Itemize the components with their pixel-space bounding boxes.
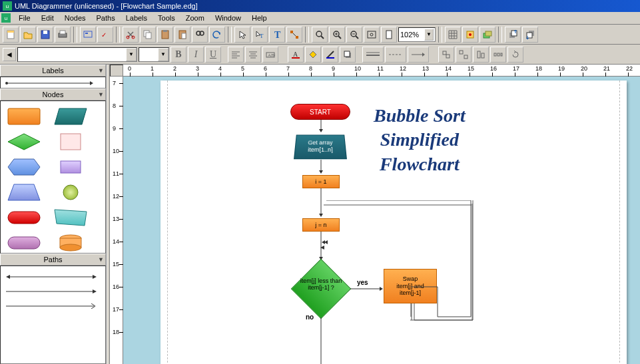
font-combo[interactable]: ▼: [17, 47, 137, 62]
zoom-combo[interactable]: 102%▼: [398, 27, 436, 42]
node-hexagon-blue[interactable]: [7, 158, 41, 176]
flowchart-title[interactable]: Bubble Sort Simplified Flowchart: [374, 104, 466, 176]
line-color-button[interactable]: [322, 47, 338, 63]
italic-button[interactable]: I: [188, 47, 204, 63]
fc-start-node[interactable]: START: [290, 104, 350, 120]
app-icon: u: [3, 1, 12, 11]
layers-button[interactable]: [480, 27, 495, 43]
paste-button[interactable]: [157, 27, 173, 43]
fc-proc-i[interactable]: i = 1: [302, 175, 340, 188]
ungroup-button[interactable]: [456, 47, 472, 63]
zoom-out-button[interactable]: [346, 27, 362, 43]
expand-icon[interactable]: ▼: [98, 256, 104, 263]
underline-button[interactable]: U: [205, 47, 221, 63]
connector-tool[interactable]: [286, 27, 302, 43]
node-rect-purple[interactable]: [54, 158, 87, 176]
distribute-button[interactable]: [490, 47, 506, 63]
svg-rect-12: [146, 33, 151, 39]
vertical-ruler: 789101112131415161718: [110, 77, 123, 364]
bold-button[interactable]: B: [170, 47, 186, 63]
align-center-button[interactable]: [245, 47, 261, 63]
svg-line-31: [356, 36, 358, 39]
paths-panel-header[interactable]: Paths▼: [0, 254, 106, 266]
menu-file[interactable]: File: [13, 13, 36, 23]
node-rect-pink[interactable]: [54, 133, 87, 150]
expand-icon[interactable]: ▼: [98, 67, 104, 74]
menu-paths[interactable]: Paths: [91, 13, 121, 23]
nodes-panel-body: [0, 100, 106, 254]
send-back-button[interactable]: [522, 27, 538, 43]
svg-rect-65: [446, 55, 450, 58]
canvas-area: 012345678910111213141516171819202122 789…: [110, 65, 640, 364]
menu-tools[interactable]: Tools: [153, 13, 180, 23]
svg-rect-69: [481, 53, 484, 58]
find-button[interactable]: [192, 27, 208, 43]
cut-button[interactable]: [123, 27, 139, 43]
text-color-button[interactable]: A: [288, 47, 304, 63]
new-button[interactable]: [3, 27, 19, 43]
zoom-tool[interactable]: [312, 27, 328, 43]
menu-edit[interactable]: Edit: [36, 13, 59, 23]
bring-front-button[interactable]: [505, 27, 521, 43]
chevron-down-icon[interactable]: ▼: [424, 29, 434, 41]
copy-button[interactable]: [140, 27, 156, 43]
spell-button[interactable]: ✓: [97, 27, 113, 43]
node-circle-green[interactable]: [54, 184, 87, 201]
canvas[interactable]: Bubble Sort Simplified Flowchart START G…: [123, 77, 640, 364]
menu-help[interactable]: Help: [246, 13, 272, 23]
text-tool[interactable]: T: [269, 27, 285, 43]
print-button[interactable]: [55, 27, 71, 43]
svg-rect-16: [182, 33, 186, 39]
undo-button[interactable]: [209, 27, 225, 43]
menu-zoom[interactable]: Zoom: [180, 13, 210, 23]
preview-button[interactable]: [80, 27, 96, 43]
fc-input-node[interactable]: Get array item[1..n]: [294, 135, 347, 160]
menu-window[interactable]: Window: [210, 13, 246, 23]
back-button[interactable]: ◄: [3, 48, 16, 61]
align-button[interactable]: [473, 47, 489, 63]
grid-button[interactable]: [445, 27, 461, 43]
path-arrow[interactable]: [5, 289, 98, 294]
label-button[interactable]: ABC: [262, 47, 278, 63]
labels-panel-header[interactable]: Labels▼: [0, 65, 106, 77]
node-trapezoid-blue[interactable]: [7, 184, 41, 201]
svg-rect-75: [8, 108, 40, 124]
svg-rect-64: [443, 51, 446, 55]
chevron-down-icon[interactable]: ▼: [126, 48, 137, 61]
align-left-button[interactable]: [228, 47, 244, 63]
expand-icon[interactable]: ▼: [98, 91, 104, 98]
size-combo[interactable]: ▼: [139, 47, 169, 62]
chevron-down-icon[interactable]: ▼: [158, 48, 168, 61]
group-button[interactable]: [438, 47, 454, 63]
svg-text:✓: ✓: [101, 31, 107, 39]
snap-button[interactable]: [462, 27, 478, 43]
line-style-button[interactable]: [362, 47, 384, 63]
text-pointer-tool[interactable]: T: [252, 27, 268, 43]
path-open-arrow[interactable]: [5, 303, 98, 309]
zoom-fit-button[interactable]: [364, 27, 380, 43]
nodes-panel-header[interactable]: Nodes▼: [0, 89, 106, 100]
node-diamond-green[interactable]: [7, 133, 41, 150]
node-trapezoid-teal[interactable]: [54, 209, 87, 226]
svg-rect-70: [494, 53, 496, 56]
shadow-button[interactable]: [340, 47, 356, 63]
fill-color-button[interactable]: [305, 47, 321, 63]
node-cylinder-orange[interactable]: [54, 234, 87, 252]
paste-special-button[interactable]: [174, 27, 190, 43]
rotate-button[interactable]: [507, 47, 523, 63]
pointer-tool[interactable]: [234, 27, 250, 43]
node-parallelogram-teal[interactable]: [54, 108, 87, 125]
menu-nodes[interactable]: Nodes: [59, 13, 91, 23]
path-biarrow[interactable]: [5, 274, 98, 279]
node-pill-red[interactable]: [7, 209, 41, 226]
arrow-style-button[interactable]: [408, 47, 429, 63]
node-rect-orange[interactable]: [7, 108, 41, 125]
zoom-page-button[interactable]: [381, 27, 397, 43]
node-pill-purple[interactable]: [7, 234, 41, 252]
line-dash-button[interactable]: [385, 47, 406, 63]
save-button[interactable]: [37, 27, 53, 43]
open-button[interactable]: [20, 27, 36, 43]
zoom-in-button[interactable]: [329, 27, 345, 43]
menu-labels[interactable]: Labels: [121, 13, 153, 23]
label-arrow-shape[interactable]: [3, 80, 97, 87]
